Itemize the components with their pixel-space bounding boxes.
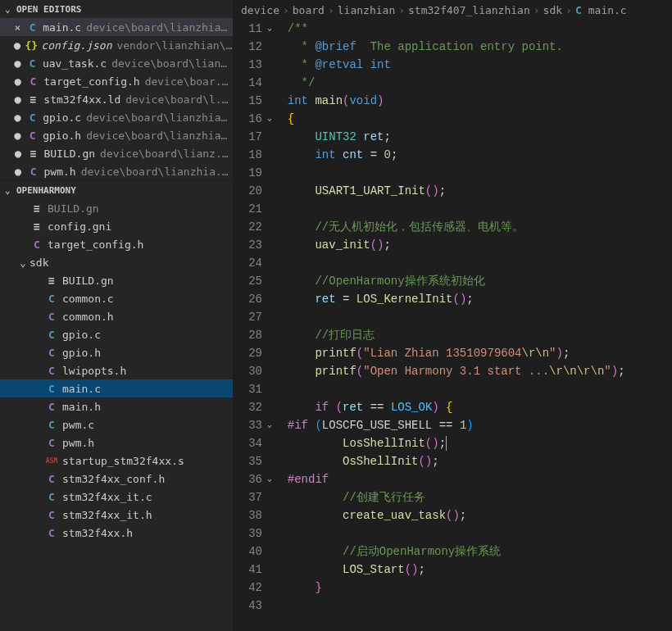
fold-icon[interactable]: ⌄ [267, 470, 272, 488]
code-line[interactable]: int main(void) [274, 92, 672, 110]
code-line[interactable]: #endif [274, 470, 672, 488]
line-number: 35 [233, 452, 262, 470]
open-editor-item[interactable]: ●Cpwm.hdevice\board\lianzhia... [0, 162, 233, 180]
tree-folder[interactable]: ⌄sdk [0, 253, 233, 271]
fold-icon[interactable]: ⌄ [267, 416, 272, 434]
code-line[interactable]: UINT32 ret; [274, 128, 672, 146]
breadcrumb-item[interactable]: sdk [543, 4, 562, 16]
tree-file[interactable]: Cstm32f4xx_it.c [0, 488, 233, 506]
code-line[interactable] [274, 380, 672, 398]
code-line[interactable]: OsShellInit(); [274, 452, 672, 470]
tree-file[interactable]: Cgpio.h [0, 343, 233, 361]
open-editor-item[interactable]: ●{}config.jsonvendor\lianzhian\... [0, 36, 233, 54]
tree-file[interactable]: Ccommon.h [0, 307, 233, 325]
tree-file[interactable]: Cmain.c [0, 379, 233, 397]
open-editor-item[interactable]: ●Cgpio.hdevice\board\lianzhia... [0, 126, 233, 144]
file-name: config.gni [48, 220, 111, 233]
code-line[interactable]: create_uav_task(); [274, 506, 672, 524]
dirty-indicator: ● [10, 75, 26, 88]
line-number: 18 [233, 146, 262, 164]
open-editors-header[interactable]: ⌄ OPEN EDITORS [0, 0, 233, 18]
tree-file[interactable]: Cpwm.h [0, 434, 233, 452]
open-editor-item[interactable]: ●Cuav_task.cdevice\board\lian... [0, 54, 233, 72]
code-line[interactable]: //打印日志 [274, 326, 672, 344]
open-editor-item[interactable]: ●≡stm32f4xx.lddevice\board\l... [0, 90, 233, 108]
tree-file[interactable]: Ccommon.c [0, 289, 233, 307]
code-line[interactable]: ret = LOS_KernelInit(); [274, 290, 672, 308]
line-number: 31 [233, 380, 262, 398]
code-line[interactable] [274, 308, 672, 326]
breadcrumb-item[interactable]: lianzhian [338, 4, 395, 16]
file-type-icon: C [26, 166, 41, 178]
code-content[interactable]: /** * @brief The application entry point… [274, 20, 672, 631]
code-line[interactable]: //创建飞行任务 [274, 488, 672, 506]
breadcrumbs[interactable]: device›board›lianzhian›stm32f407_lianzhi… [233, 0, 672, 20]
breadcrumb-item[interactable]: board [293, 4, 325, 16]
code-line[interactable]: */ [274, 74, 672, 92]
file-path: device\board\lianz... [100, 148, 233, 160]
open-editor-item[interactable]: ●≡BUILD.gndevice\board\lianz... [0, 144, 233, 162]
code-line[interactable]: * @retval int [274, 56, 672, 74]
dirty-indicator: ● [10, 57, 25, 70]
tree-file[interactable]: ≡config.gni [0, 217, 233, 235]
code-line[interactable]: #if (LOSCFG_USE_SHELL == 1) [274, 416, 672, 434]
line-number: 30 [233, 362, 262, 380]
breadcrumb-separator: › [328, 4, 334, 16]
open-editor-item[interactable]: ×Cmain.cdevice\board\lianzhia... [0, 18, 233, 36]
tree-file[interactable]: Cstm32f4xx_it.h [0, 506, 233, 524]
tree-file[interactable]: Cmain.h [0, 397, 233, 415]
tree-file[interactable]: Cstm32f4xx.h [0, 524, 233, 542]
code-line[interactable]: if (ret == LOS_OK) { [274, 398, 672, 416]
code-line[interactable]: printf("Open Harmony 3.1 start ...\r\n\r… [274, 362, 672, 380]
code-line[interactable] [274, 524, 672, 542]
chevron-down-icon: ⌄ [5, 4, 16, 15]
open-editor-item[interactable]: ●Ctarget_config.hdevice\boar... [0, 72, 233, 90]
fold-icon[interactable]: ⌄ [267, 20, 272, 38]
dirty-indicator: ● [10, 39, 25, 52]
code-line[interactable] [274, 200, 672, 218]
close-icon[interactable]: × [10, 21, 25, 34]
code-line[interactable] [274, 164, 672, 182]
fold-icon[interactable]: ⌄ [267, 110, 272, 128]
code-line[interactable] [274, 254, 672, 272]
code-line[interactable]: //OpenHarmony操作系统初始化 [274, 272, 672, 290]
code-line[interactable]: { [274, 110, 672, 128]
code-line[interactable]: //无人机初始化，包括传感器、电机等。 [274, 218, 672, 236]
code-line[interactable]: //启动OpenHarmony操作系统 [274, 542, 672, 561]
line-number: 37 [233, 488, 262, 506]
tree-file[interactable]: ≡BUILD.gn [0, 271, 233, 289]
code-line[interactable]: } [274, 579, 672, 597]
explorer-header[interactable]: ⌄ OPENHARMONY [0, 181, 233, 199]
breadcrumb-item[interactable]: main.c [588, 4, 627, 16]
tree-file[interactable]: ASMstartup_stm32f4xx.s [0, 452, 233, 470]
file-name: stm32f4xx.h [62, 527, 133, 539]
code-area[interactable]: 11⌄1213141516⌄17181920212223242526272829… [233, 20, 672, 631]
code-line[interactable]: printf("Lian Zhian 13510979604\r\n"); [274, 344, 672, 362]
code-line[interactable]: int cnt = 0; [274, 146, 672, 164]
line-number: 14 [233, 74, 262, 92]
open-editor-item[interactable]: ●Cgpio.cdevice\board\lianzhia... [0, 108, 233, 126]
file-type-icon: ≡ [30, 220, 44, 233]
code-line[interactable]: USART1_UART_Init(); [274, 182, 672, 200]
code-line[interactable] [274, 597, 672, 615]
file-name: uav_task.c [43, 57, 107, 70]
code-line[interactable]: LOS_Start(); [274, 561, 672, 579]
line-number: 34 [233, 434, 262, 452]
tree-file[interactable]: Cpwm.c [0, 415, 233, 434]
code-line[interactable]: LosShellInit(); [274, 434, 672, 452]
breadcrumb-item[interactable]: stm32f407_lianzhian [408, 4, 530, 16]
tree-file[interactable]: Cstm32f4xx_conf.h [0, 470, 233, 488]
code-line[interactable]: uav_init(); [274, 236, 672, 254]
line-number: 29 [233, 344, 262, 362]
code-line[interactable]: /** [274, 20, 672, 38]
sidebar: ⌄ OPEN EDITORS ×Cmain.cdevice\board\lian… [0, 0, 233, 631]
file-type-icon: C [44, 437, 59, 449]
tree-file[interactable]: Ctarget_config.h [0, 235, 233, 253]
tree-file[interactable]: Clwipopts.h [0, 361, 233, 379]
tree-file[interactable]: Cgpio.c [0, 325, 233, 343]
tree-file[interactable]: ≡BUILD.gn [0, 199, 233, 217]
code-line[interactable]: * @brief The application entry point. [274, 38, 672, 56]
file-type-icon: C [44, 509, 59, 521]
file-name: gpio.c [62, 329, 101, 341]
breadcrumb-item[interactable]: device [241, 4, 279, 16]
